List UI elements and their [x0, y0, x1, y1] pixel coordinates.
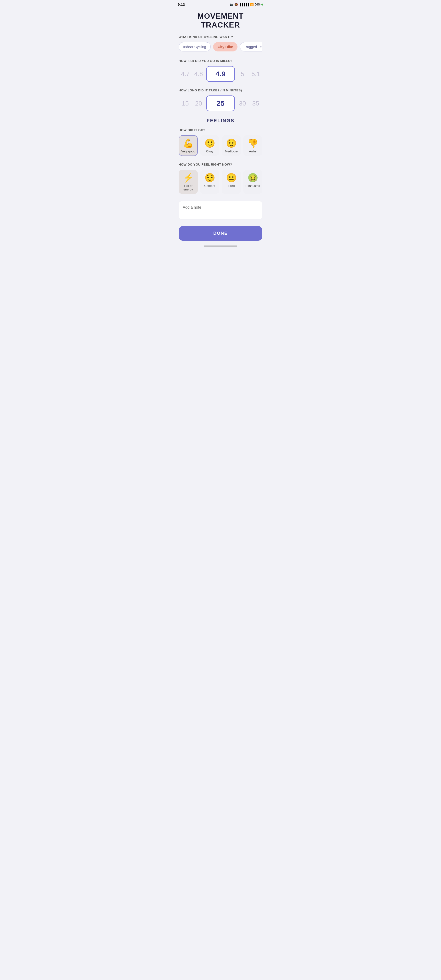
- chip-rugged-terrain[interactable]: Rugged Terrain: [240, 42, 262, 51]
- exhausted-label: Exhausted: [245, 184, 260, 188]
- active-dot: [262, 3, 263, 5]
- feeling-very-good[interactable]: 💪 Very good: [179, 135, 198, 156]
- minutes-35[interactable]: 35: [249, 96, 263, 111]
- app-title: MOVEMENT TRACKER: [179, 12, 262, 29]
- miles-5-1[interactable]: 5.1: [249, 67, 263, 81]
- cycling-section-label: WHAT KIND OF CYCLING WAS IT?: [179, 35, 262, 39]
- awful-emoji: 👎: [247, 139, 258, 148]
- status-time: 9:13: [178, 2, 185, 6]
- feel-exhausted[interactable]: 🤢 Exhausted: [243, 170, 262, 194]
- feel-content[interactable]: 😌 Content: [200, 170, 219, 194]
- how-it-went-label: HOW DID IT GO?: [179, 128, 262, 132]
- mediocre-emoji: 😟: [226, 139, 237, 148]
- signal-icon: ▐▐▐▐▐: [239, 3, 249, 6]
- very-good-emoji: 💪: [183, 139, 194, 148]
- camera-icon: 📷: [230, 3, 233, 6]
- tired-label: Tired: [228, 184, 235, 188]
- miles-4-9-selected[interactable]: 4.9: [206, 66, 235, 82]
- note-input[interactable]: [183, 205, 258, 214]
- very-good-label: Very good: [181, 150, 195, 153]
- wifi-icon: 📶: [250, 3, 254, 6]
- minutes-label: HOW LONG DID IT TAKE? (IN MINUTES): [179, 89, 262, 92]
- status-icons: 📷 🔕 ▐▐▐▐▐ 📶 66%: [230, 3, 263, 6]
- home-indicator: [204, 245, 237, 247]
- feel-full-energy[interactable]: ⚡ Full of energy: [179, 170, 198, 194]
- miles-label: HOW FAR DID YOU GO IN MILES?: [179, 59, 262, 63]
- awful-label: Awful: [249, 150, 257, 153]
- how-you-feel-label: HOW DO YOU FEEL RIGHT NOW?: [179, 163, 262, 166]
- status-bar: 9:13 📷 🔕 ▐▐▐▐▐ 📶 66%: [174, 0, 267, 8]
- content-emoji: 😌: [205, 173, 215, 182]
- minutes-picker[interactable]: 15 20 25 30 35: [179, 95, 262, 111]
- how-you-feel-cards: ⚡ Full of energy 😌 Content 😐 Tired 🤢 Exh…: [179, 170, 262, 194]
- app-content: MOVEMENT TRACKER WHAT KIND OF CYCLING WA…: [174, 8, 267, 256]
- how-it-went-cards: 💪 Very good 🙂 Okay 😟 Mediocre 👎 Awful: [179, 135, 262, 156]
- okay-emoji: 🙂: [205, 139, 215, 148]
- done-button[interactable]: DONE: [179, 226, 262, 241]
- minutes-30[interactable]: 30: [236, 96, 249, 111]
- exhausted-emoji: 🤢: [247, 173, 258, 182]
- minutes-15[interactable]: 15: [179, 96, 192, 111]
- miles-section: HOW FAR DID YOU GO IN MILES? 4.7 4.8 4.9…: [179, 59, 262, 82]
- energy-label: Full of energy: [181, 184, 195, 191]
- feeling-awful[interactable]: 👎 Awful: [243, 135, 262, 156]
- note-container: [179, 201, 262, 220]
- energy-emoji: ⚡: [183, 173, 194, 182]
- feeling-okay[interactable]: 🙂 Okay: [200, 135, 219, 156]
- miles-picker[interactable]: 4.7 4.8 4.9 5 5.1: [179, 66, 262, 82]
- feeling-mediocre[interactable]: 😟 Mediocre: [222, 135, 241, 156]
- mediocre-label: Mediocre: [225, 150, 238, 153]
- miles-4-7[interactable]: 4.7: [179, 67, 192, 81]
- content-label: Content: [204, 184, 215, 188]
- okay-label: Okay: [206, 150, 213, 153]
- battery-icon: 66%: [255, 3, 260, 6]
- minutes-section: HOW LONG DID IT TAKE? (IN MINUTES) 15 20…: [179, 89, 262, 111]
- feel-tired[interactable]: 😐 Tired: [222, 170, 241, 194]
- minutes-25-selected[interactable]: 25: [206, 95, 235, 111]
- miles-5[interactable]: 5: [236, 67, 249, 81]
- cycling-chips: Indoor Cycling City Bike Rugged Terrain …: [179, 42, 262, 52]
- minutes-20[interactable]: 20: [192, 96, 205, 111]
- mute-icon: 🔕: [234, 3, 238, 6]
- tired-emoji: 😐: [226, 173, 237, 182]
- feelings-title: FEELINGS: [179, 118, 262, 124]
- miles-4-8[interactable]: 4.8: [192, 67, 205, 81]
- chip-city-bike[interactable]: City Bike: [213, 42, 238, 51]
- chip-indoor-cycling[interactable]: Indoor Cycling: [179, 42, 211, 51]
